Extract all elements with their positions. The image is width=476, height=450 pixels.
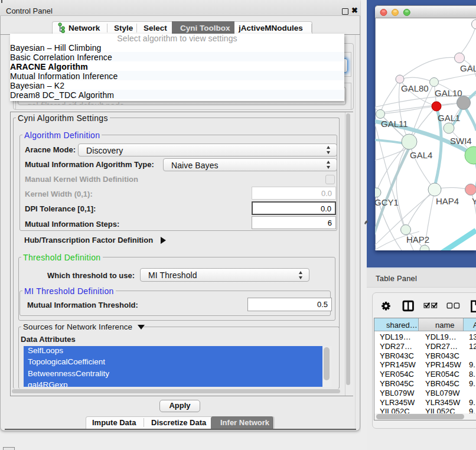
svg-text:Y: Y [472,196,476,206]
svg-text:GAL80: GAL80 [401,83,429,93]
svg-text:GAL10: GAL10 [435,88,462,98]
svg-text:GAL1: GAL1 [438,113,460,123]
svg-text:HAP2: HAP2 [406,234,429,244]
svg-text:GAL11: GAL11 [381,119,408,129]
svg-text:GAL: GAL [460,63,476,73]
svg-text:HAP4: HAP4 [436,196,459,206]
svg-text:GAL4: GAL4 [410,150,432,160]
svg-text:GCY1: GCY1 [375,197,399,207]
svg-text:SWI4: SWI4 [450,136,472,146]
